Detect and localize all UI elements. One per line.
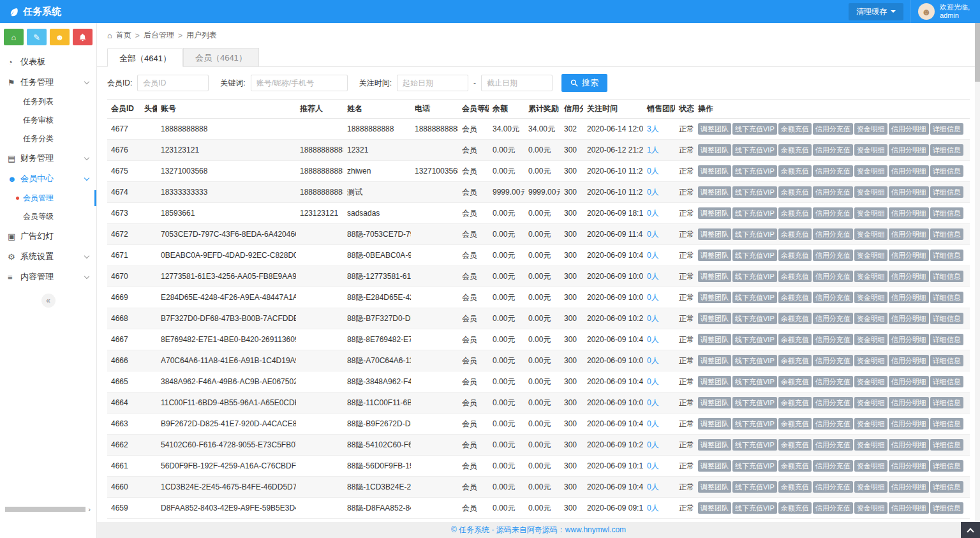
credit-recharge-button[interactable]: 信用分充值 (813, 460, 853, 472)
detail-info-button[interactable]: 详细信息 (930, 334, 963, 345)
sidebar-item[interactable]: ☻会员中心 (0, 168, 96, 189)
sidebar-item[interactable]: ▣广告幻灯 (0, 226, 96, 246)
team-link[interactable]: 0人 (647, 230, 659, 239)
offline-recharge-vip-button[interactable]: 线下充值VIP (732, 186, 777, 198)
detail-info-button[interactable]: 详细信息 (930, 165, 963, 177)
fund-details-button[interactable]: 资金明细 (854, 481, 887, 493)
fund-details-button[interactable]: 资金明细 (854, 334, 887, 345)
breadcrumb-item[interactable]: 后台管理 (144, 30, 174, 41)
credit-recharge-button[interactable]: 信用分充值 (813, 144, 853, 156)
fund-details-button[interactable]: 资金明细 (854, 144, 887, 156)
detail-info-button[interactable]: 详细信息 (930, 460, 963, 472)
balance-recharge-button[interactable]: 余额充值 (778, 250, 812, 261)
credit-recharge-button[interactable]: 信用分充值 (813, 397, 853, 408)
offline-recharge-vip-button[interactable]: 线下充值VIP (732, 292, 777, 303)
sidebar-subitem[interactable]: 任务分类 (0, 130, 96, 148)
credit-details-button[interactable]: 信用分明细 (889, 355, 929, 366)
adjust-team-button[interactable]: 调整团队 (698, 397, 731, 408)
edit-button[interactable]: ✎ (27, 29, 47, 45)
adjust-team-button[interactable]: 调整团队 (698, 334, 731, 345)
hscroll-arrow-icon[interactable]: › (85, 505, 93, 513)
users-button[interactable]: ☻ (50, 29, 70, 45)
offline-recharge-vip-button[interactable]: 线下充值VIP (732, 123, 777, 135)
bell-button[interactable] (73, 29, 93, 45)
credit-recharge-button[interactable]: 信用分充值 (813, 376, 853, 387)
balance-recharge-button[interactable]: 余额充值 (778, 228, 812, 240)
offline-recharge-vip-button[interactable]: 线下充值VIP (732, 418, 777, 430)
team-link[interactable]: 0人 (647, 440, 659, 449)
credit-details-button[interactable]: 信用分明细 (889, 418, 929, 430)
balance-recharge-button[interactable]: 余额充值 (778, 207, 812, 219)
adjust-team-button[interactable]: 调整团队 (698, 292, 731, 303)
sidebar-subitem[interactable]: 会员等级 (0, 207, 96, 226)
user-menu[interactable]: ☻ 欢迎光临, admin (910, 0, 980, 23)
credit-recharge-button[interactable]: 信用分充值 (813, 334, 853, 345)
sidebar-item[interactable]: ◔仪表板 (0, 52, 96, 72)
credit-details-button[interactable]: 信用分明细 (889, 502, 929, 514)
clear-cache-button[interactable]: 清理缓存 (849, 3, 903, 20)
team-link[interactable]: 0人 (647, 398, 659, 407)
credit-details-button[interactable]: 信用分明细 (889, 292, 929, 303)
fund-details-button[interactable]: 资金明细 (854, 165, 887, 177)
sidebar-collapse-button[interactable]: « (41, 294, 56, 308)
team-link[interactable]: 0人 (647, 377, 659, 386)
sidebar-subitem[interactable]: 任务列表 (0, 93, 96, 111)
credit-recharge-button[interactable]: 信用分充值 (813, 186, 853, 198)
detail-info-button[interactable]: 详细信息 (930, 144, 963, 156)
team-link[interactable]: 0人 (647, 482, 659, 491)
team-link[interactable]: 0人 (647, 461, 659, 470)
credit-recharge-button[interactable]: 信用分充值 (813, 123, 853, 135)
credit-details-button[interactable]: 信用分明细 (889, 165, 929, 177)
detail-info-button[interactable]: 详细信息 (930, 481, 963, 493)
offline-recharge-vip-button[interactable]: 线下充值VIP (732, 439, 777, 451)
team-link[interactable]: 0人 (647, 188, 659, 197)
offline-recharge-vip-button[interactable]: 线下充值VIP (732, 481, 777, 493)
balance-recharge-button[interactable]: 余额充值 (778, 460, 812, 472)
fund-details-button[interactable]: 资金明细 (854, 397, 887, 408)
credit-recharge-button[interactable]: 信用分充值 (813, 228, 853, 240)
balance-recharge-button[interactable]: 余额充值 (778, 481, 812, 493)
balance-recharge-button[interactable]: 余额充值 (778, 334, 812, 345)
balance-recharge-button[interactable]: 余额充值 (778, 397, 812, 408)
credit-recharge-button[interactable]: 信用分充值 (813, 207, 853, 219)
brand[interactable]: 任务系统 (0, 6, 97, 18)
fund-details-button[interactable]: 资金明细 (854, 123, 887, 135)
adjust-team-button[interactable]: 调整团队 (698, 228, 731, 240)
credit-recharge-button[interactable]: 信用分充值 (813, 250, 853, 261)
adjust-team-button[interactable]: 调整团队 (698, 460, 731, 472)
credit-details-button[interactable]: 信用分明细 (889, 334, 929, 345)
sidebar-hscrollbar[interactable]: › (0, 506, 93, 512)
credit-details-button[interactable]: 信用分明细 (889, 250, 929, 261)
credit-recharge-button[interactable]: 信用分充值 (813, 481, 853, 493)
home-button[interactable]: ⌂ (4, 29, 24, 45)
team-link[interactable]: 0人 (647, 293, 659, 302)
offline-recharge-vip-button[interactable]: 线下充值VIP (732, 376, 777, 387)
offline-recharge-vip-button[interactable]: 线下充值VIP (732, 355, 777, 366)
member-id-input[interactable] (137, 75, 209, 91)
fund-details-button[interactable]: 资金明细 (854, 355, 887, 366)
tab[interactable]: 全部（4641） (107, 49, 183, 67)
credit-recharge-button[interactable]: 信用分充值 (813, 418, 853, 430)
detail-info-button[interactable]: 详细信息 (930, 376, 963, 387)
credit-details-button[interactable]: 信用分明细 (889, 186, 929, 198)
breadcrumb-item[interactable]: 首页 (116, 30, 131, 41)
adjust-team-button[interactable]: 调整团队 (698, 355, 731, 366)
vertical-scrollbar[interactable] (975, 23, 980, 522)
fund-details-button[interactable]: 资金明细 (854, 502, 887, 514)
detail-info-button[interactable]: 详细信息 (930, 292, 963, 303)
credit-recharge-button[interactable]: 信用分充值 (813, 165, 853, 177)
team-link[interactable]: 0人 (647, 167, 659, 176)
detail-info-button[interactable]: 详细信息 (930, 502, 963, 514)
breadcrumb-item[interactable]: 用户列表 (186, 30, 217, 41)
credit-details-button[interactable]: 信用分明细 (889, 271, 929, 282)
offline-recharge-vip-button[interactable]: 线下充值VIP (732, 397, 777, 408)
credit-details-button[interactable]: 信用分明细 (889, 207, 929, 219)
detail-info-button[interactable]: 详细信息 (930, 123, 963, 135)
balance-recharge-button[interactable]: 余额充值 (778, 376, 812, 387)
detail-info-button[interactable]: 详细信息 (930, 439, 963, 451)
adjust-team-button[interactable]: 调整团队 (698, 207, 731, 219)
sidebar-item[interactable]: ≡内容管理 (0, 267, 96, 287)
credit-details-button[interactable]: 信用分明细 (889, 313, 929, 324)
offline-recharge-vip-button[interactable]: 线下充值VIP (732, 207, 777, 219)
tab[interactable]: 会员（4641） (183, 48, 259, 66)
